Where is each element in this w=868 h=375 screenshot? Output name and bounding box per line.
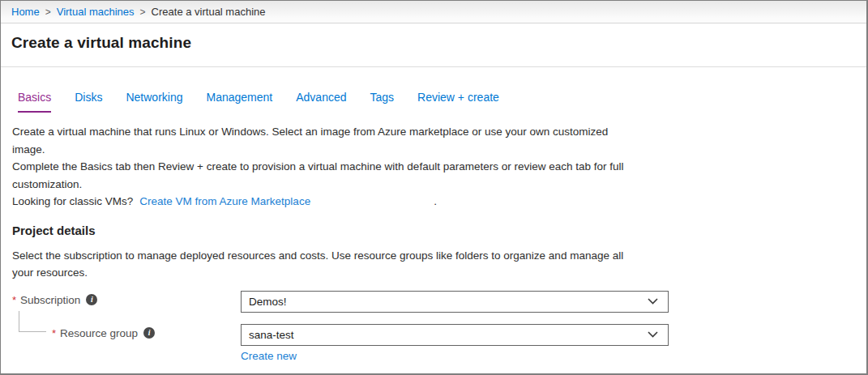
required-asterisk: *: [52, 327, 56, 339]
tab-review-create[interactable]: Review + create: [417, 91, 499, 113]
page-title: Create a virtual machine: [11, 34, 866, 52]
subscription-dropdown[interactable]: Demos!: [241, 291, 669, 313]
subscription-label-text: Subscription: [20, 294, 80, 306]
project-details-heading: Project details: [12, 224, 866, 237]
tab-tags[interactable]: Tags: [370, 91, 395, 113]
resource-group-label: * Resource group i: [52, 327, 155, 339]
breadcrumb-separator-icon: >: [45, 6, 51, 18]
tab-basics[interactable]: Basics: [18, 91, 51, 113]
create-new-resource-group-link[interactable]: Create new: [241, 350, 297, 362]
info-icon[interactable]: i: [86, 294, 97, 305]
breadcrumb-separator-icon: >: [140, 6, 146, 18]
trailing-period: .: [434, 193, 437, 211]
breadcrumb-current-page: Create a virtual machine: [152, 6, 266, 18]
intro-paragraph-2: Complete the Basics tab then Review + cr…: [12, 158, 742, 193]
wizard-tabs: Basics Disks Networking Management Advan…: [18, 91, 866, 113]
info-icon[interactable]: i: [143, 327, 155, 339]
chevron-down-icon: [648, 331, 658, 338]
resource-group-dropdown-value: sana-test: [249, 329, 294, 341]
tab-disks[interactable]: Disks: [75, 91, 102, 113]
resource-group-label-text: Resource group: [60, 327, 138, 339]
project-details-form: * Subscription i Demos! * Resource group…: [1, 288, 866, 374]
intro-text: Create a virtual machine that runs Linux…: [12, 123, 742, 211]
tab-networking[interactable]: Networking: [126, 91, 182, 113]
required-asterisk: *: [12, 294, 16, 306]
page-header: Create a virtual machine: [1, 23, 866, 67]
breadcrumb: Home > Virtual machines > Create a virtu…: [1, 1, 866, 23]
field-hierarchy-connector: [19, 311, 46, 332]
intro-paragraph-1: Create a virtual machine that runs Linux…: [12, 123, 742, 158]
chevron-down-icon: [648, 298, 658, 305]
breadcrumb-home[interactable]: Home: [11, 6, 40, 18]
resource-group-dropdown[interactable]: sana-test: [241, 324, 669, 346]
subscription-label: * Subscription i: [12, 294, 97, 306]
breadcrumb-virtual-machines[interactable]: Virtual machines: [57, 6, 135, 18]
tab-management[interactable]: Management: [207, 91, 273, 113]
project-details-description: Select the subscription to manage deploy…: [12, 247, 855, 282]
tab-advanced[interactable]: Advanced: [296, 91, 346, 113]
subscription-dropdown-value: Demos!: [249, 296, 287, 308]
create-vm-marketplace-link[interactable]: Create VM from Azure Marketplace: [139, 193, 310, 211]
classic-vms-prompt: Looking for classic VMs?: [12, 193, 133, 211]
